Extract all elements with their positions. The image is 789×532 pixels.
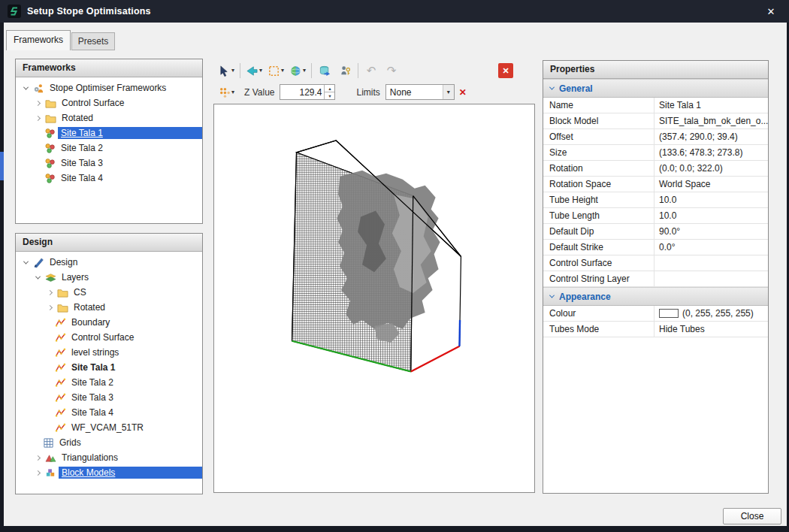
spinner-up-icon[interactable]: ▲ — [325, 85, 334, 92]
chevron-collapsed-icon[interactable] — [44, 291, 55, 295]
folder-icon — [57, 302, 68, 313]
property-value[interactable]: 10.0 — [654, 192, 768, 207]
property-value[interactable] — [654, 271, 768, 286]
3d-viewport-canvas[interactable] — [213, 104, 535, 493]
chevron-expanded-icon[interactable] — [20, 261, 31, 264]
chevron-collapsed-icon[interactable] — [32, 456, 43, 460]
tab-frameworks[interactable]: Frameworks — [6, 30, 71, 50]
property-row-colour: Colour (0, 255, 255, 255) — [543, 306, 768, 322]
section-header-appearance[interactable]: Appearance — [543, 287, 768, 306]
folder-icon — [45, 98, 56, 109]
property-value[interactable]: Site Tala 1 — [654, 98, 768, 113]
section-header-general[interactable]: General — [543, 79, 768, 98]
selection-marquee-button[interactable]: ▾ — [265, 62, 286, 80]
property-value[interactable]: SITE_tala_bm_ok_den_o... — [654, 113, 768, 128]
probe-key-icon — [339, 65, 352, 77]
titlebar[interactable]: Setup Stope Optimisations ✕ — [0, 0, 789, 23]
tree-item-rotated-layers-folder[interactable]: Rotated — [16, 300, 202, 315]
limits-clear-button[interactable]: ✕ — [459, 87, 467, 98]
property-value[interactable]: Hide Tubes — [654, 322, 768, 337]
design-panel-title: Design — [16, 234, 202, 252]
property-value[interactable] — [654, 255, 768, 271]
chevron-collapsed-icon[interactable] — [32, 101, 43, 105]
window-close-button[interactable]: ✕ — [760, 3, 781, 20]
property-value[interactable]: 0.0° — [654, 240, 768, 255]
z-value-spinner[interactable]: ▲ ▼ — [324, 85, 334, 99]
chevron-expanded-icon[interactable] — [20, 86, 31, 90]
property-label: Default Dip — [543, 224, 654, 239]
tree-item-triangulations[interactable]: Triangulations — [16, 450, 202, 465]
property-row-size: Size (133.6; 478.3; 273.8) — [543, 145, 768, 161]
property-value[interactable]: (357.4; 290.0; 39.4) — [654, 129, 768, 144]
tree-item-grids[interactable]: Grids — [16, 435, 202, 450]
viewport-close-button[interactable]: ✕ — [498, 63, 513, 78]
tube-points-button[interactable]: ▾ — [216, 83, 237, 101]
tree-item-stope-optimiser-frameworks[interactable]: Stope Optimiser Frameworks — [16, 80, 202, 95]
design-panel: Design Design Layers — [15, 233, 203, 494]
tree-item-site-tala-1-layer[interactable]: Site Tala 1 — [16, 360, 202, 375]
tree-item-site-tala-3-layer[interactable]: Site Tala 3 — [16, 390, 202, 405]
toolbar-separator — [358, 63, 358, 78]
tree-item-control-surface-folder[interactable]: Control Surface — [16, 95, 202, 110]
view-arrow-icon — [246, 65, 258, 77]
colour-swatch[interactable] — [659, 309, 679, 318]
property-value[interactable]: 90.0° — [654, 224, 768, 239]
tree-item-label: Site Tala 3 — [68, 391, 116, 404]
property-row-control-string-layer: Control String Layer — [543, 271, 768, 287]
property-value[interactable]: 10.0 — [654, 208, 768, 223]
tree-item-site-tala-3[interactable]: Site Tala 3 — [16, 156, 202, 171]
z-value-input[interactable]: 129.4 ▲ ▼ — [280, 84, 335, 100]
tree-item-wf-vcam-51tr-layer[interactable]: WF_VCAM_51TR — [16, 420, 202, 435]
property-value[interactable]: (0.0; 0.0; 322.0) — [654, 161, 768, 176]
tree-item-level-strings-layer[interactable]: level strings — [16, 345, 202, 360]
property-label: Name — [543, 98, 654, 113]
strings-layer-icon — [55, 317, 66, 328]
tree-item-control-surface-layer[interactable]: Control Surface — [16, 330, 202, 345]
property-label: Tube Length — [543, 208, 654, 223]
marquee-icon — [268, 65, 280, 77]
tree-item-label: Layers — [59, 271, 92, 283]
property-label: Tube Height — [543, 192, 654, 207]
tree-item-site-tala-2-layer[interactable]: Site Tala 2 — [16, 375, 202, 390]
select-tool-button[interactable]: ▾ — [216, 62, 237, 80]
dropdown-caret-icon: ▾ — [281, 68, 284, 74]
load-block-model-button[interactable] — [315, 62, 334, 80]
framework-site-icon — [44, 128, 56, 139]
tree-item-cs-folder[interactable]: CS — [16, 285, 202, 300]
tree-item-label: Grids — [56, 437, 84, 449]
spinner-down-icon[interactable]: ▼ — [325, 92, 334, 99]
tree-item-layers[interactable]: Layers — [16, 270, 202, 285]
z-value-text[interactable]: 129.4 — [280, 85, 324, 99]
undo-icon: ↶ — [367, 64, 376, 77]
tab-presets[interactable]: Presets — [71, 32, 115, 50]
tree-item-site-tala-2[interactable]: Site Tala 2 — [16, 141, 202, 156]
probe-tool-button[interactable] — [335, 62, 355, 80]
dropdown-caret-icon[interactable]: ▾ — [443, 85, 454, 99]
chevron-collapsed-icon[interactable] — [32, 116, 43, 120]
limits-select[interactable]: None ▾ — [385, 84, 455, 100]
limits-label: Limits — [356, 87, 379, 98]
view-direction-button[interactable]: ▾ — [243, 62, 265, 80]
property-value[interactable]: (133.6; 478.3; 273.8) — [654, 145, 768, 160]
tree-item-rotated-folder[interactable]: Rotated — [16, 110, 202, 125]
tree-item-site-tala-1[interactable]: Site Tala 1 — [16, 125, 202, 141]
display-mode-button[interactable]: ▾ — [287, 62, 308, 80]
property-label: Control String Layer — [543, 271, 654, 286]
viewport-toolbar: ▾ ▾ ▾ — [213, 60, 536, 81]
tree-item-design-root[interactable]: Design — [16, 255, 202, 270]
tree-item-block-models[interactable]: Block Models — [16, 465, 202, 480]
tree-item-site-tala-4-layer[interactable]: Site Tala 4 — [16, 405, 202, 420]
chevron-expanded-icon[interactable] — [32, 276, 43, 280]
property-value[interactable]: (0, 255, 255, 255) — [654, 306, 768, 321]
undo-button[interactable]: ↶ — [361, 62, 381, 80]
property-label: Colour — [543, 306, 654, 321]
redo-button[interactable]: ↷ — [382, 62, 401, 80]
close-button[interactable]: Close — [723, 508, 781, 524]
chevron-collapsed-icon[interactable] — [32, 471, 43, 475]
tree-item-label: Rotated — [59, 112, 96, 124]
property-value[interactable]: World Space — [654, 177, 768, 192]
chevron-collapsed-icon[interactable] — [44, 306, 55, 310]
tree-item-site-tala-4[interactable]: Site Tala 4 — [16, 171, 202, 186]
setup-stope-optimisations-dialog: Setup Stope Optimisations ✕ Frameworks P… — [0, 0, 789, 532]
tree-item-boundary-layer[interactable]: Boundary — [16, 315, 202, 330]
